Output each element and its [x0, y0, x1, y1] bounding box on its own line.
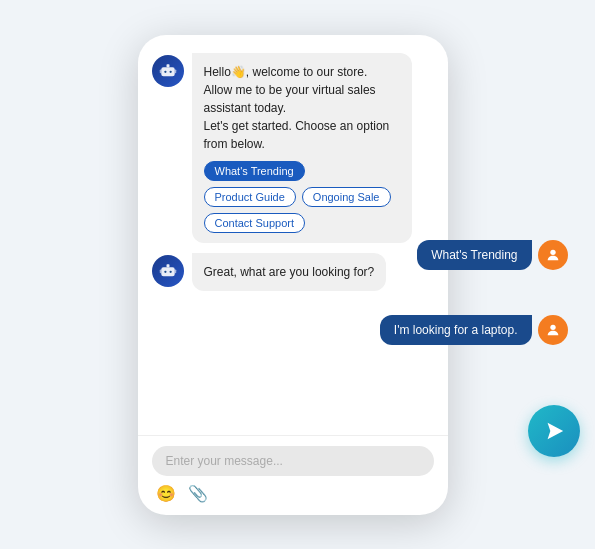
floating-avatar-1	[538, 240, 568, 270]
floating-bubble-1: What's Trending	[417, 240, 531, 270]
send-button[interactable]	[528, 405, 580, 457]
bot-text-line1: Hello👋, welcome to our store.	[204, 63, 400, 81]
svg-rect-5	[159, 69, 161, 73]
svg-rect-6	[174, 69, 176, 73]
floating-text-1: What's Trending	[431, 248, 517, 262]
bot-message-1-row: Hello👋, welcome to our store. Allow me t…	[152, 53, 434, 243]
svg-point-14	[550, 324, 555, 329]
svg-marker-15	[547, 422, 563, 439]
chat-area: Hello👋, welcome to our store. Allow me t…	[138, 35, 448, 435]
message-input-box[interactable]: Enter your message...	[152, 446, 434, 476]
svg-rect-7	[161, 267, 175, 276]
svg-rect-10	[166, 264, 169, 267]
input-icons-row: 😊 📎	[152, 484, 434, 503]
svg-point-8	[164, 270, 166, 272]
phone-frame: Hello👋, welcome to our store. Allow me t…	[138, 35, 448, 515]
input-placeholder: Enter your message...	[166, 454, 283, 468]
svg-point-13	[550, 249, 555, 254]
chat-scene: Hello👋, welcome to our store. Allow me t…	[88, 25, 508, 525]
bot-text-line2: Allow me to be your virtual sales assist…	[204, 81, 400, 117]
svg-point-9	[169, 270, 171, 272]
option-btn-contact-support[interactable]: Contact Support	[204, 213, 306, 233]
svg-rect-3	[166, 64, 169, 67]
floating-text-2: I'm looking for a laptop.	[394, 323, 518, 337]
attachment-icon[interactable]: 📎	[188, 484, 208, 503]
bot-text-line3: Let's get started. Choose an option from…	[204, 117, 400, 153]
bot-text-2: Great, what are you looking for?	[204, 265, 375, 279]
option-buttons-group: What's Trending Product Guide Ongoing Sa…	[204, 161, 400, 233]
bot-bubble-1: Hello👋, welcome to our store. Allow me t…	[192, 53, 412, 243]
bot-message-2-row: Great, what are you looking for?	[152, 253, 434, 291]
option-btn-ongoing-sale[interactable]: Ongoing Sale	[302, 187, 391, 207]
option-btn-trending[interactable]: What's Trending	[204, 161, 305, 181]
floating-user-message-1: What's Trending	[417, 240, 567, 270]
svg-point-2	[169, 70, 171, 72]
svg-rect-11	[159, 269, 161, 273]
svg-rect-12	[174, 269, 176, 273]
bot-avatar-2	[152, 255, 184, 287]
floating-avatar-2	[538, 315, 568, 345]
floating-bubble-2: I'm looking for a laptop.	[380, 315, 532, 345]
emoji-icon[interactable]: 😊	[156, 484, 176, 503]
bot-bubble-2: Great, what are you looking for?	[192, 253, 387, 291]
bot-avatar-1	[152, 55, 184, 87]
option-btn-product-guide[interactable]: Product Guide	[204, 187, 296, 207]
svg-rect-0	[161, 67, 175, 76]
input-area: Enter your message... 😊 📎	[138, 435, 448, 515]
floating-user-message-2: I'm looking for a laptop.	[380, 315, 568, 345]
svg-point-1	[164, 70, 166, 72]
